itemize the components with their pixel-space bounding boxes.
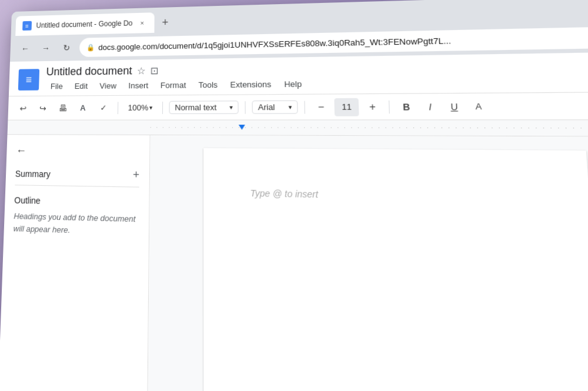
doc-canvas-area[interactable]: Type @ to insert	[148, 135, 588, 391]
ruler-line	[151, 127, 588, 128]
undo-button[interactable]: ↩	[15, 99, 31, 116]
doc-area: ≡ Untitled document ☆ ⊡ File Edit View I…	[0, 52, 588, 391]
font-size-plus-button[interactable]: +	[363, 98, 383, 116]
toolbar-divider-1	[118, 102, 118, 114]
move-to-icon[interactable]: ⊡	[151, 65, 159, 76]
menu-extensions[interactable]: Extensions	[225, 77, 276, 92]
sidebar-add-summary-button[interactable]: +	[133, 168, 139, 182]
text-color-button[interactable]: A	[468, 97, 489, 116]
underline-button[interactable]: U	[444, 97, 465, 116]
menu-edit[interactable]: Edit	[69, 79, 92, 93]
docs-title-group: Untitled document ☆ ⊡ File Edit View Ins…	[46, 58, 588, 93]
redo-button[interactable]: ↪	[35, 99, 52, 116]
toolbar-divider-2	[162, 101, 163, 113]
docs-title-row: ≡ Untitled document ☆ ⊡ File Edit View I…	[18, 58, 588, 96]
font-arrow-icon: ▾	[289, 103, 292, 111]
tab-favicon-icon	[22, 21, 32, 31]
tab-title: Untitled document - Google Do	[36, 19, 132, 29]
font-size-display[interactable]: 11	[335, 98, 359, 116]
font-size-minus-button[interactable]: −	[312, 98, 330, 116]
sidebar-divider	[15, 185, 139, 188]
toolbar: ↩ ↪ 🖶 A ✓ 100% ▾ Normal text ▾ Arial ▾ −	[8, 92, 588, 121]
main-content: ← Summary + Outline Headings you add to …	[0, 135, 588, 391]
doc-page[interactable]: Type @ to insert	[203, 148, 588, 391]
menu-file[interactable]: File	[46, 79, 68, 93]
font-selector[interactable]: Arial ▾	[252, 101, 298, 114]
print-button[interactable]: 🖶	[54, 99, 71, 116]
ruler-tab-marker	[239, 125, 245, 130]
back-button[interactable]: ←	[17, 40, 34, 56]
zoom-selector[interactable]: 100% ▾	[124, 102, 156, 113]
style-label: Normal text	[175, 103, 216, 112]
menu-format[interactable]: Format	[155, 78, 191, 93]
font-label: Arial	[258, 102, 275, 112]
refresh-button[interactable]: ↻	[58, 39, 75, 56]
sidebar-outline-hint: Headings you add to the document will ap…	[13, 210, 139, 238]
new-tab-button[interactable]: +	[156, 14, 173, 31]
toolbar-divider-4	[305, 101, 306, 113]
bold-button[interactable]: B	[396, 98, 416, 116]
sidebar-summary-label: Summary	[15, 169, 51, 179]
tab-close-button[interactable]: ×	[138, 18, 148, 28]
spelling-button[interactable]: ✓	[95, 99, 112, 116]
zoom-arrow-icon: ▾	[149, 104, 152, 111]
ruler	[8, 120, 588, 137]
sidebar-outline-label: Outline	[14, 195, 139, 208]
sidebar: ← Summary + Outline Headings you add to …	[0, 135, 151, 391]
lock-icon: 🔒	[86, 44, 95, 51]
menu-view[interactable]: View	[95, 79, 121, 93]
browser-window: Untitled document - Google Do × + ← → ↻ …	[0, 0, 588, 391]
docs-app-icon: ≡	[18, 69, 39, 91]
style-selector[interactable]: Normal text ▾	[169, 101, 239, 114]
forward-button[interactable]: →	[38, 40, 54, 57]
zoom-value: 100%	[128, 103, 149, 112]
doc-placeholder-text: Type @ to insert	[250, 188, 318, 200]
menu-tools[interactable]: Tools	[193, 78, 223, 92]
paint-format-button[interactable]: A	[75, 99, 92, 116]
toolbar-divider-3	[245, 101, 246, 114]
sidebar-summary-row: Summary +	[15, 167, 140, 182]
menu-insert[interactable]: Insert	[123, 78, 153, 92]
toolbar-divider-5	[389, 100, 390, 113]
menu-help[interactable]: Help	[279, 76, 307, 91]
doc-title[interactable]: Untitled document	[46, 65, 132, 78]
browser-chrome: Untitled document - Google Do × + ← → ↻ …	[10, 0, 588, 62]
star-icon[interactable]: ☆	[137, 65, 146, 77]
url-text: docs.google.com/document/d/1q5gjoi1UNHVF…	[98, 32, 588, 52]
style-arrow-icon: ▾	[230, 104, 233, 111]
active-tab[interactable]: Untitled document - Google Do ×	[15, 12, 154, 36]
italic-button[interactable]: I	[420, 97, 440, 116]
sidebar-back-button[interactable]: ←	[16, 145, 140, 159]
